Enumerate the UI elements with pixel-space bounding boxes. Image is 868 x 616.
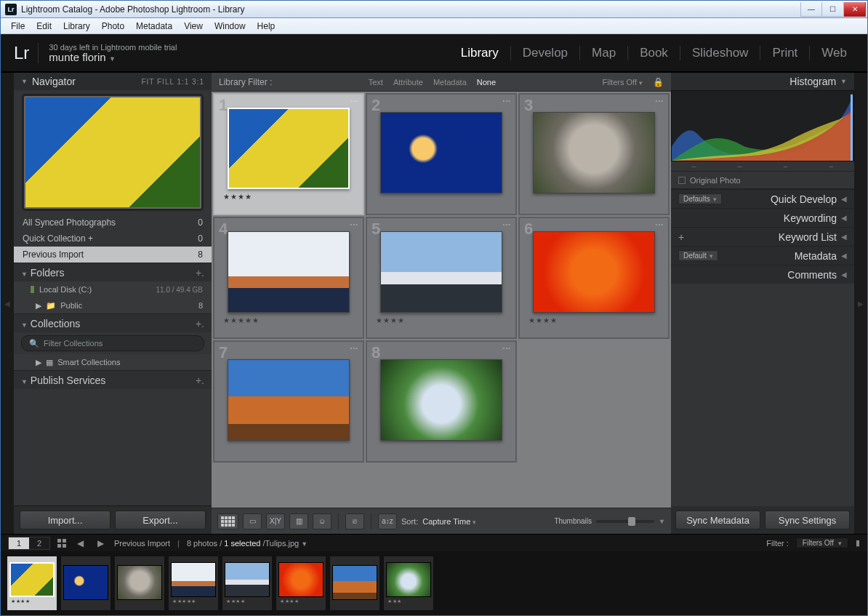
filmstrip-cell[interactable]: ★★★★	[222, 556, 273, 611]
comments-header[interactable]: Comments◀	[671, 265, 854, 284]
navigator-zoom-opts[interactable]: FIT FILL 1:1 3:1	[141, 78, 204, 86]
sync-settings-button[interactable]: Sync Settings	[765, 511, 850, 529]
filters-state[interactable]: Filters Off ▾	[602, 78, 643, 87]
sync-metadata-button[interactable]: Sync Metadata	[675, 511, 760, 529]
menu-metadata[interactable]: Metadata	[130, 20, 178, 33]
filter-text[interactable]: Text	[369, 78, 383, 87]
module-book[interactable]: Book	[628, 46, 680, 60]
collections-filter-input[interactable]: 🔍Filter Collections	[21, 335, 204, 351]
keyword-list-header[interactable]: +Keyword List◀	[671, 227, 854, 246]
maximize-button[interactable]: ☐	[822, 2, 844, 17]
grid-cell[interactable]: 1•••★★★★	[213, 93, 364, 215]
folder-row[interactable]: ▶ 📁 Public 8	[14, 297, 212, 313]
filmstrip-cell[interactable]	[329, 556, 380, 611]
monitor-switch[interactable]: 12	[8, 537, 50, 550]
rating-stars[interactable]: ★★★★	[223, 193, 252, 201]
filter-attribute[interactable]: Attribute	[393, 78, 423, 87]
catalog-row[interactable]: Previous Import8	[14, 247, 212, 263]
minimize-button[interactable]: —	[800, 2, 822, 17]
filmstrip-thumb[interactable]	[117, 565, 162, 600]
menu-view[interactable]: View	[178, 20, 209, 33]
filmstrip-thumb[interactable]	[386, 562, 431, 597]
sort-direction-button[interactable]: a↕z	[378, 513, 397, 529]
rating-stars[interactable]: ★★★★★	[223, 316, 260, 324]
grid-cell[interactable]: 2•••	[366, 93, 517, 215]
filmstrip-cell[interactable]	[60, 556, 111, 611]
grid-view-button[interactable]	[217, 513, 238, 529]
close-button[interactable]: ✕	[844, 2, 866, 17]
filmstrip[interactable]: ★★★★★★★★★★★★★★★★★★★★	[1, 551, 867, 615]
original-photo-row[interactable]: Original Photo	[671, 172, 854, 189]
filmstrip-thumb[interactable]	[63, 565, 108, 600]
nav-forward-button[interactable]: ▶	[94, 538, 107, 548]
quick-develop-header[interactable]: Defaults▾ Quick Develop◀	[671, 189, 854, 208]
user-name[interactable]: munte florin	[49, 51, 105, 63]
publish-header[interactable]: ▼ Publish Services +.	[14, 370, 212, 389]
grid-cell[interactable]: 5•••★★★★	[366, 217, 517, 339]
keywording-header[interactable]: Keywording◀	[671, 208, 854, 227]
grid-cell[interactable]: 3•••	[518, 93, 670, 215]
right-edge-handle[interactable]: ▶	[854, 73, 867, 534]
thumbnail[interactable]	[228, 359, 350, 441]
thumbnail[interactable]	[228, 108, 350, 189]
module-library[interactable]: Library	[449, 46, 511, 60]
smart-collections-row[interactable]: ▶ ▦ Smart Collections	[14, 354, 212, 370]
thumbnail[interactable]	[228, 231, 350, 313]
folders-add-icon[interactable]: +.	[196, 267, 204, 279]
loupe-view-button[interactable]: ▭	[243, 513, 262, 529]
grid-cell[interactable]: 8•••	[366, 340, 517, 463]
grid-cell[interactable]: 4•••★★★★★	[213, 217, 364, 339]
export-button[interactable]: Export...	[115, 511, 206, 529]
quickdev-preset-select[interactable]: Defaults▾	[678, 193, 722, 204]
filmstrip-cell[interactable]: ★★★	[383, 556, 434, 611]
filmstrip-cell[interactable]	[114, 556, 165, 611]
people-view-button[interactable]: ☺	[313, 513, 331, 529]
filmstrip-thumb[interactable]	[9, 562, 55, 597]
titlebar[interactable]: Lr Lightroom Catalog - Adobe Photoshop L…	[1, 1, 867, 18]
menu-help[interactable]: Help	[252, 20, 281, 33]
filter-none[interactable]: None	[477, 78, 496, 87]
filmstrip-cell[interactable]: ★★★★	[7, 556, 57, 611]
menu-window[interactable]: Window	[209, 20, 252, 33]
survey-view-button[interactable]: ▥	[289, 513, 308, 529]
collections-add-icon[interactable]: +.	[196, 318, 204, 329]
plus-icon[interactable]: +	[678, 231, 684, 243]
filmstrip-thumb[interactable]	[225, 562, 270, 597]
compare-view-button[interactable]: X|Y	[266, 513, 285, 529]
rating-stars[interactable]: ★★★★	[376, 316, 405, 324]
folders-header[interactable]: ▼ Folders +.	[14, 263, 212, 281]
filmstrip-thumb[interactable]	[171, 562, 216, 597]
drive-row[interactable]: Local Disk (C:) 11.0 / 49.4 GB	[14, 281, 212, 297]
catalog-row[interactable]: All Synced Photographs0	[14, 215, 212, 231]
grid-cell[interactable]: 7•••	[213, 340, 364, 463]
toolbar-menu-caret-icon[interactable]: ▼	[659, 518, 665, 525]
thumbnail[interactable]	[533, 112, 655, 193]
filter-metadata[interactable]: Metadata	[433, 78, 467, 87]
thumbnail-size-slider[interactable]	[596, 520, 654, 523]
menu-photo[interactable]: Photo	[96, 20, 130, 33]
navigator-header[interactable]: ▼Navigator FIT FILL 1:1 3:1	[14, 73, 212, 90]
menu-library[interactable]: Library	[57, 20, 96, 33]
navigator-preview[interactable]	[24, 96, 201, 209]
histogram[interactable]	[671, 90, 854, 161]
import-button[interactable]: Import...	[20, 511, 110, 529]
filmstrip-thumb[interactable]	[332, 565, 377, 600]
sort-value[interactable]: Capture Time ▾	[422, 517, 476, 526]
left-edge-handle[interactable]: ◀	[1, 73, 14, 534]
collections-header[interactable]: ▼ Collections +.	[14, 313, 212, 332]
module-slideshow[interactable]: Slideshow	[680, 46, 761, 60]
module-map[interactable]: Map	[580, 46, 628, 60]
filmstrip-thumb[interactable]	[278, 562, 324, 597]
filmstrip-context[interactable]: Previous Import	[114, 539, 170, 548]
checkbox-icon[interactable]	[678, 177, 686, 184]
module-print[interactable]: Print	[760, 46, 810, 60]
menu-edit[interactable]: Edit	[31, 20, 57, 33]
thumbnail[interactable]	[380, 359, 502, 441]
rating-stars[interactable]: ★★★★	[529, 316, 558, 324]
lock-icon[interactable]: 🔒	[653, 77, 664, 87]
metadata-header[interactable]: Default▾ Metadata◀	[671, 246, 854, 265]
catalog-row[interactable]: Quick Collection +0	[14, 231, 212, 247]
thumbnail[interactable]	[380, 112, 502, 193]
filmstrip-cell[interactable]: ★★★★★	[168, 556, 219, 611]
module-develop[interactable]: Develop	[511, 46, 580, 60]
